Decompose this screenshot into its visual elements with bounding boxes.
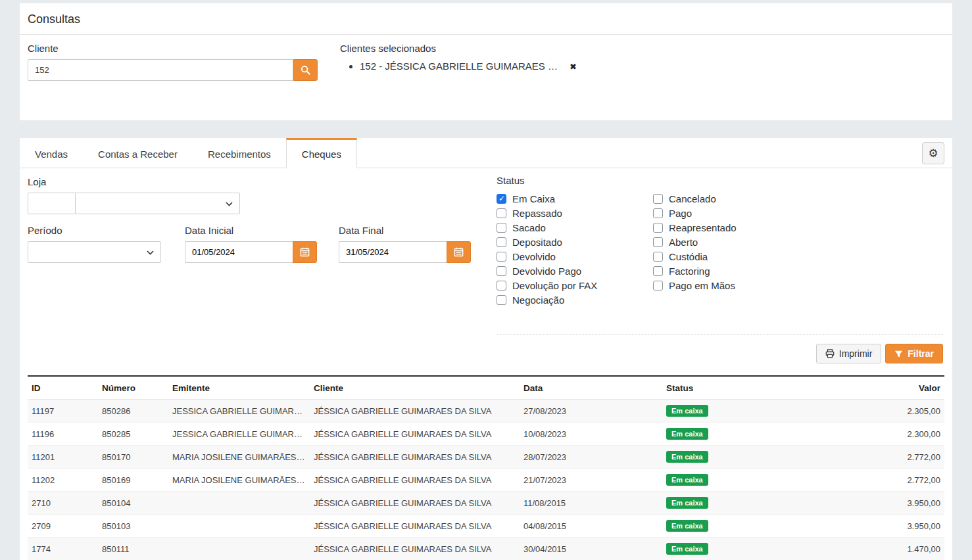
status-column-2: Cancelado Pago Reapresentado Aberto <box>653 191 810 307</box>
cell-valor: 2.300,00 <box>804 423 944 446</box>
status-badge: Em caixa <box>666 543 708 555</box>
data-final-input[interactable] <box>339 241 447 263</box>
status-label: Status <box>497 175 810 186</box>
cell-valor: 2.772,00 <box>804 469 944 492</box>
status-badge: Em caixa <box>666 497 708 509</box>
checkbox-icon[interactable] <box>653 281 663 291</box>
cell-id: 11201 <box>28 446 98 469</box>
data-final-field-group: Data Final <box>339 225 471 263</box>
checkbox-icon[interactable] <box>497 208 506 218</box>
cell-id: 11196 <box>28 423 98 446</box>
status-checkbox-devolvido-pago[interactable]: Devolvido Pago <box>497 264 653 278</box>
status-column-1: Em Caixa Repassado Sacado Depositado <box>497 191 653 307</box>
col-header-data: Data <box>520 376 662 400</box>
checkbox-label: Repassado <box>512 208 562 219</box>
cell-data: 30/04/2015 <box>520 538 662 560</box>
cell-id: 11197 <box>28 400 98 423</box>
loja-select[interactable] <box>75 193 240 214</box>
checkbox-label: Cancelado <box>669 193 716 204</box>
status-checkbox-depositado[interactable]: Depositado <box>497 235 653 249</box>
imprimir-button[interactable]: Imprimir <box>816 344 882 363</box>
col-header-emitente: Emitente <box>168 376 310 400</box>
tab-vendas[interactable]: Vendas <box>20 138 83 168</box>
checkbox-label: Em Caixa <box>512 193 555 204</box>
cell-cliente: JÉSSICA GABRIELLE GUIMARAES DA SILVA <box>310 400 520 423</box>
checkbox-label: Factoring <box>669 266 710 277</box>
cell-status: Em caixa <box>662 446 804 469</box>
filter-area: Loja Período Data Inic <box>20 168 952 335</box>
data-inicial-input[interactable] <box>185 241 293 263</box>
loja-code-input[interactable] <box>28 193 76 214</box>
status-checkbox-negociacao[interactable]: Negociação <box>497 292 653 307</box>
checkbox-icon[interactable] <box>497 295 506 305</box>
table-row[interactable]: 11201 850170 MARIA JOSILENE GUIMARÃES SI… <box>28 446 944 469</box>
checkbox-label: Reapresentado <box>669 222 737 233</box>
checkbox-label: Pago em Mãos <box>669 280 735 291</box>
imprimir-label: Imprimir <box>839 348 873 359</box>
checkbox-checked-icon[interactable] <box>497 194 506 204</box>
checkbox-icon[interactable] <box>497 281 506 291</box>
table-row[interactable]: 1774 850111 JÉSSICA GABRIELLE GUIMARAES … <box>28 538 944 560</box>
status-badge: Em caixa <box>666 405 708 417</box>
cliente-search-input[interactable] <box>28 59 293 81</box>
data-final-calendar-button[interactable] <box>447 241 471 263</box>
tab-contas-a-receber[interactable]: Contas a Receber <box>83 138 193 168</box>
cell-emitente <box>168 538 310 560</box>
status-checkbox-devolvido[interactable]: Devolvido <box>497 249 653 264</box>
page-title: Consultas <box>20 3 952 35</box>
filtrar-button[interactable]: Filtrar <box>885 344 943 363</box>
checkbox-icon[interactable] <box>497 252 506 262</box>
periodo-field-group: Período <box>28 225 161 263</box>
cell-data: 28/07/2023 <box>520 446 662 469</box>
table-row[interactable]: 11196 850285 JESSICA GABRIELLE GUIMARAES… <box>28 423 944 446</box>
status-checkbox-sacado[interactable]: Sacado <box>497 220 653 235</box>
status-badge: Em caixa <box>666 520 708 532</box>
table-row[interactable]: 2710 850104 JÉSSICA GABRIELLE GUIMARAES … <box>28 492 944 515</box>
status-checkbox-custodia[interactable]: Custódia <box>653 249 810 264</box>
col-header-status: Status <box>662 376 804 400</box>
data-inicial-calendar-button[interactable] <box>293 241 317 263</box>
cliente-search-button[interactable] <box>293 59 318 81</box>
cell-status: Em caixa <box>662 515 804 538</box>
checkbox-icon[interactable] <box>653 223 663 233</box>
data-final-label: Data Final <box>339 225 471 236</box>
checkbox-icon[interactable] <box>653 237 663 247</box>
clientes-selecionados-group: Clientes selecionados 152 - JÉSSICA GABR… <box>340 43 577 112</box>
status-checkbox-reapresentado[interactable]: Reapresentado <box>653 220 810 235</box>
cell-data: 04/08/2015 <box>520 515 662 538</box>
checkbox-icon[interactable] <box>653 194 663 204</box>
checkbox-label: Devolvido Pago <box>512 266 581 277</box>
tab-cheques[interactable]: Cheques <box>286 138 357 168</box>
selected-client-item: 152 - JÉSSICA GABRIELLE GUIMARAES … ✖ <box>360 60 577 72</box>
remove-client-icon[interactable]: ✖ <box>570 62 577 72</box>
checkbox-label: Negociação <box>512 294 564 306</box>
search-icon <box>301 65 310 75</box>
periodo-select[interactable] <box>28 241 161 263</box>
checkbox-icon[interactable] <box>497 237 506 247</box>
cell-data: 11/08/2015 <box>520 492 662 515</box>
table-row[interactable]: 11197 850286 JESSICA GABRIELLE GUIMARAES… <box>28 400 944 423</box>
status-checkbox-factoring[interactable]: Factoring <box>653 264 810 278</box>
checkbox-icon[interactable] <box>497 223 506 233</box>
status-checkbox-em-caixa[interactable]: Em Caixa <box>497 191 653 206</box>
status-checkbox-aberto[interactable]: Aberto <box>653 235 810 249</box>
status-checkbox-repassado[interactable]: Repassado <box>497 206 653 220</box>
cell-numero: 850103 <box>98 515 168 538</box>
status-checkbox-pago-em-maos[interactable]: Pago em Mãos <box>653 278 810 292</box>
checkbox-icon[interactable] <box>497 266 506 276</box>
table-header-row: ID Número Emitente Cliente Data Status V… <box>28 376 944 400</box>
status-checkbox-pago[interactable]: Pago <box>653 206 810 220</box>
settings-button[interactable]: ⚙ <box>922 142 944 164</box>
tab-recebimentos[interactable]: Recebimentos <box>193 138 286 168</box>
checkbox-icon[interactable] <box>653 208 663 218</box>
status-checkbox-devolucao-por-fax[interactable]: Devolução por FAX <box>497 278 653 292</box>
checkbox-icon[interactable] <box>653 252 663 262</box>
status-checkbox-cancelado[interactable]: Cancelado <box>653 191 810 206</box>
checkbox-icon[interactable] <box>653 266 663 276</box>
tabbar: Vendas Contas a Receber Recebimentos Che… <box>20 138 952 168</box>
table-row[interactable]: 11202 850169 MARIA JOSILENE GUIMARÃES SI… <box>28 469 944 492</box>
cell-cliente: JÉSSICA GABRIELLE GUIMARAES DA SILVA <box>310 423 520 446</box>
data-inicial-label: Data Inicial <box>185 225 317 236</box>
table-row[interactable]: 2709 850103 JÉSSICA GABRIELLE GUIMARAES … <box>28 515 944 538</box>
checkbox-label: Devolução por FAX <box>512 280 597 291</box>
